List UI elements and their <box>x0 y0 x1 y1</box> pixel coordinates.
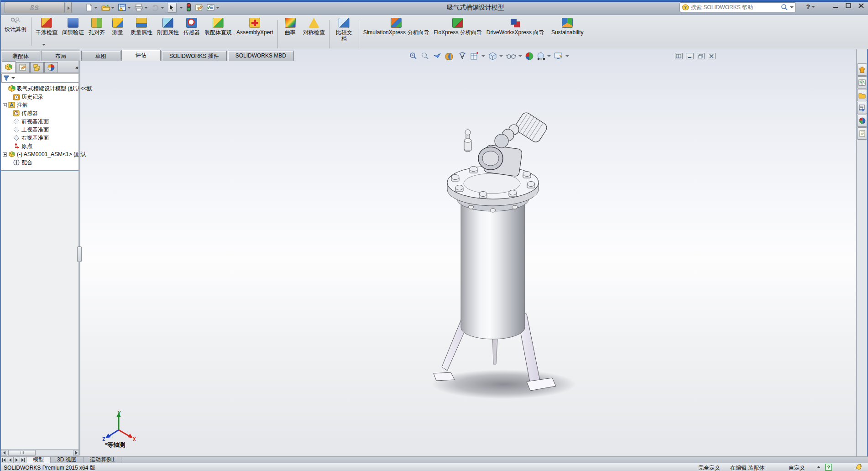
maximize-button[interactable] <box>845 3 852 9</box>
tab-motion-study-1[interactable]: 运动算例1 <box>84 457 122 463</box>
view-palette-tab[interactable] <box>857 102 867 114</box>
tree-item-front-plane[interactable]: 前视基准面 <box>1 117 79 126</box>
custom-properties-tab[interactable] <box>857 127 867 140</box>
view-orientation-icon[interactable] <box>470 52 479 60</box>
tree-item-sensors[interactable]: 传感器 <box>1 109 79 117</box>
search-input[interactable] <box>691 4 779 10</box>
tags-icon[interactable] <box>855 464 863 471</box>
interference-check-button[interactable]: 干涉检查 <box>33 18 60 36</box>
tree-item-right-plane[interactable]: 右视基准面 <box>1 134 79 142</box>
chevron-down-icon[interactable] <box>481 55 485 57</box>
tree-item-history[interactable]: 历史记录 <box>1 93 79 101</box>
tab-3d-views[interactable]: 3D 视图 <box>51 457 84 463</box>
filter-funnel-icon <box>3 75 10 81</box>
tree-item-top-plane[interactable]: 上视基准面 <box>1 126 79 134</box>
symmetry-check-button[interactable]: 对称检查 <box>301 18 327 36</box>
expand-icon[interactable] <box>3 103 7 107</box>
configurationmanager-tab[interactable] <box>30 62 44 73</box>
close-button[interactable] <box>858 3 864 9</box>
chevron-down-icon[interactable] <box>565 55 569 57</box>
tab-layout[interactable]: 布局 <box>41 51 80 61</box>
doc-restore-icon[interactable] <box>697 53 705 59</box>
previous-view-icon[interactable] <box>433 52 442 60</box>
design-library-tab[interactable] <box>857 76 867 89</box>
panel-splitter-handle[interactable] <box>77 246 82 262</box>
first-study-button[interactable] <box>1 457 7 463</box>
doc-close-icon[interactable] <box>708 53 716 59</box>
measure-button[interactable]: 测量 <box>107 18 128 36</box>
edit-appearance-icon[interactable] <box>525 52 533 60</box>
tab-assembly[interactable]: 装配体 <box>1 51 40 61</box>
dimxpertmanager-tab[interactable] <box>44 62 58 73</box>
tree-root[interactable]: 吸气式槽罐设计模型 (默认<<默 <box>1 84 79 93</box>
panel-scrollbar[interactable] <box>1 449 79 455</box>
chevron-down-icon[interactable] <box>11 77 15 79</box>
tree-item-mates[interactable]: 配合 <box>1 158 79 167</box>
configuration-manager-icon <box>33 64 41 71</box>
tree-item-annotations[interactable]: 注解 <box>1 101 79 109</box>
simulationxpress-button[interactable]: SimulationXpress 分析向导 <box>361 18 432 36</box>
panel-overflow-button[interactable]: » <box>75 64 78 71</box>
help-menu[interactable]: ? <box>806 3 815 10</box>
chevron-down-icon[interactable] <box>518 55 522 57</box>
3d-drawing-view-icon[interactable] <box>458 52 467 60</box>
propertymanager-tab[interactable] <box>16 62 30 73</box>
minimize-button[interactable] <box>832 3 839 9</box>
section-view-icon[interactable] <box>445 52 455 60</box>
resources-home-tab[interactable] <box>857 63 867 76</box>
assemblyxpert-button[interactable]: AssemblyXpert <box>234 18 276 36</box>
file-explorer-tab[interactable] <box>857 89 867 101</box>
units-dropdown-arrow[interactable] <box>817 466 821 468</box>
hide-show-items-icon[interactable] <box>506 52 516 60</box>
view-settings-icon[interactable] <box>554 52 563 60</box>
tab-solidworks-addins[interactable]: SOLIDWORKS 插件 <box>162 51 227 61</box>
tab-sketch[interactable]: 草图 <box>81 51 120 61</box>
quick-tips-icon[interactable]: ? <box>825 464 832 471</box>
tab-solidworks-mbd[interactable]: SOLIDWORKS MBD <box>228 51 294 61</box>
doc-split-icon[interactable] <box>675 53 683 59</box>
doc-minimize-icon[interactable] <box>686 53 694 59</box>
design-study-button[interactable]: 设计算例 <box>3 17 28 39</box>
status-editing-mode: 在编辑 装配体 <box>730 464 764 471</box>
clearance-verification-button[interactable]: 间隙验证 <box>60 18 86 36</box>
ribbon-divider <box>277 20 278 48</box>
zoom-fit-icon[interactable] <box>409 52 418 60</box>
floxpress-button[interactable]: FloXpress 分析向导 <box>431 18 484 36</box>
next-study-button[interactable] <box>14 457 20 463</box>
sensor-button[interactable]: 传感器 <box>181 18 202 36</box>
sustainability-button[interactable]: Sustainability <box>546 18 588 36</box>
mass-properties-button[interactable]: 质量属性 <box>128 18 155 36</box>
previous-study-button[interactable] <box>7 457 14 463</box>
hole-alignment-icon <box>91 18 102 28</box>
scroll-thumb[interactable] <box>8 450 36 455</box>
ribbon-flyout-arrow[interactable] <box>42 44 46 46</box>
status-custom-units[interactable]: 自定义 <box>789 464 805 471</box>
search-scope-dropdown[interactable] <box>790 6 794 8</box>
tab-evaluate[interactable]: 评估 <box>121 50 161 61</box>
chevron-down-icon[interactable] <box>547 55 551 57</box>
scroll-left-arrow[interactable] <box>1 450 7 455</box>
zoom-area-icon[interactable] <box>421 52 430 60</box>
search-icon[interactable] <box>781 4 788 11</box>
appearances-scenes-tab[interactable] <box>857 115 867 127</box>
display-style-icon[interactable] <box>488 52 497 60</box>
graphics-area[interactable]: Y X Z *等轴测 <box>79 49 858 456</box>
chevron-down-icon[interactable] <box>499 55 503 57</box>
hole-alignment-button[interactable]: 孔对齐 <box>86 18 107 36</box>
featuremanager-tree-tab[interactable] <box>2 61 16 73</box>
tree-item-origin[interactable]: 原点 <box>1 142 79 150</box>
curvature-button[interactable]: 曲率 <box>280 18 301 36</box>
compare-documents-button[interactable]: 比较文档 <box>331 18 357 42</box>
assembly-visualization-button[interactable]: 装配体直观 <box>202 18 234 36</box>
driveworksxpress-button[interactable]: DriveWorksXpress 向导 <box>484 18 546 36</box>
section-properties-button[interactable]: 剖面属性 <box>155 18 181 36</box>
last-study-button[interactable] <box>20 457 26 463</box>
search-box[interactable]: ? <box>680 2 796 12</box>
tab-model[interactable]: 模型 <box>26 457 51 463</box>
svg-text:?: ? <box>684 5 687 10</box>
apply-scene-icon[interactable] <box>537 52 545 60</box>
expand-icon[interactable] <box>3 152 7 157</box>
tree-filter[interactable] <box>1 73 79 83</box>
tree-item-asm0001[interactable]: (-) ASM0001_ASM<1> (默认 <box>1 150 79 158</box>
tank-assembly-model[interactable] <box>357 105 585 411</box>
